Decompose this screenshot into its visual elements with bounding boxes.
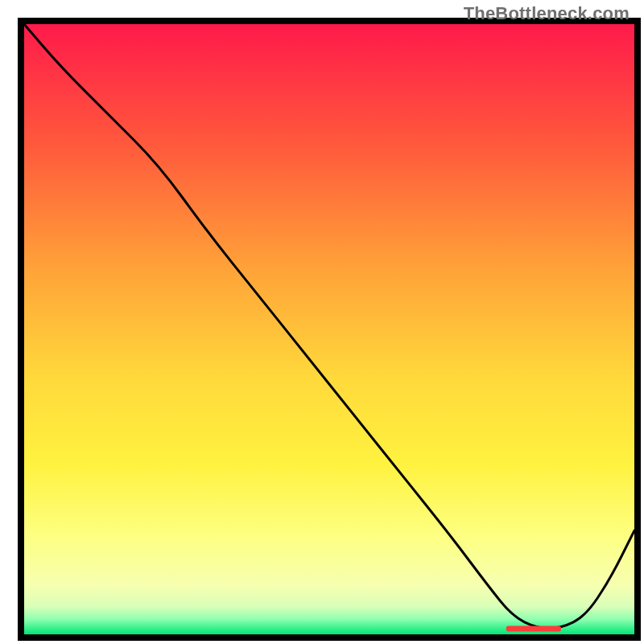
- bottleneck-chart: [0, 0, 644, 644]
- optimum-marker: [506, 625, 561, 631]
- watermark-text: TheBottleneck.com: [464, 3, 630, 24]
- chart-frame: TheBottleneck.com: [0, 0, 644, 644]
- gradient-background: [24, 24, 634, 634]
